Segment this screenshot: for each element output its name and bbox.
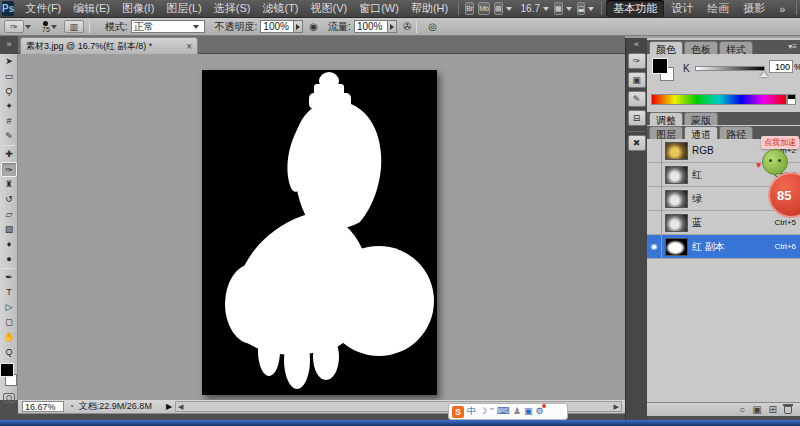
quick-mask-button[interactable] [3, 393, 15, 403]
zoom-level-control[interactable]: 16.7 [521, 3, 540, 14]
tool-marquee[interactable]: ▭ [0, 69, 18, 84]
tool-lasso[interactable]: Ǫ [0, 84, 18, 99]
tool-gradient[interactable]: ▧ [0, 222, 18, 237]
tool-move[interactable]: ➤ [0, 54, 18, 69]
tool-blur[interactable]: ♦ [0, 237, 18, 252]
tab-adjustments[interactable]: 调整 [649, 112, 683, 125]
windows-taskbar[interactable] [0, 420, 800, 426]
workspace-painting[interactable]: 绘画 [700, 0, 736, 17]
tool-hand[interactable]: ✋ [0, 330, 18, 345]
tool-eraser[interactable]: ▱ [0, 207, 18, 222]
color-spectrum-ramp[interactable] [651, 94, 787, 105]
toggle-brush-panel-icon[interactable]: ▥ [64, 20, 84, 33]
settings-wrench-icon[interactable]: ⚙ [536, 404, 544, 419]
tool-magic-wand[interactable]: ✦ [0, 99, 18, 114]
close-tab-icon[interactable]: × [186, 41, 192, 52]
panel-menu-icon[interactable]: ▾≡ [788, 42, 797, 51]
tool-healing-brush[interactable]: ✚ [0, 147, 18, 162]
workspace-photography[interactable]: 摄影 [736, 0, 772, 17]
menu-edit[interactable]: 编辑(E) [67, 0, 116, 17]
tab-color[interactable]: 颜色 [649, 41, 683, 54]
scroll-right-icon[interactable]: ▶ [614, 403, 619, 411]
tool-zoom[interactable]: Q [0, 345, 18, 360]
brush-preset-icon[interactable]: ✑ [4, 20, 24, 33]
soft-keyboard-icon[interactable]: ⌨ [497, 404, 510, 419]
visibility-toggle[interactable] [647, 163, 662, 187]
visibility-toggle[interactable] [647, 139, 662, 163]
tool-path-select[interactable]: ▷ [0, 300, 18, 315]
layer-comps-panel-icon[interactable]: ⊟ [628, 110, 646, 126]
k-value-input[interactable]: 100 [769, 60, 793, 73]
k-slider-handle[interactable] [760, 72, 768, 77]
foreground-color-swatch[interactable] [653, 59, 667, 73]
tab-swatches[interactable]: 色板 [684, 41, 718, 54]
opacity-spinner[interactable] [294, 20, 303, 33]
chevron-down-icon[interactable] [506, 7, 512, 11]
menu-window[interactable]: 窗口(W) [353, 0, 405, 17]
clone-source-panel-icon[interactable]: ▣ [628, 72, 646, 88]
bridge-icon[interactable]: Br [465, 2, 474, 15]
workspace-design[interactable]: 设计 [664, 0, 700, 17]
tool-shape[interactable]: ◻ [0, 315, 18, 330]
menu-image[interactable]: 图像(I) [116, 0, 160, 17]
tool-dodge[interactable]: ● [0, 252, 18, 267]
flow-spinner[interactable] [388, 20, 397, 33]
load-selection-icon[interactable]: ○ [739, 404, 745, 415]
tool-history-brush[interactable]: ↺ [0, 192, 18, 207]
tablet-pressure-icon[interactable]: ◎ [428, 21, 437, 32]
k-slider-track[interactable] [695, 66, 765, 71]
workspace-essentials[interactable]: 基本功能 [606, 0, 664, 17]
tool-clone-stamp[interactable]: ♜ [0, 177, 18, 192]
flow-input[interactable]: 100% [354, 20, 388, 33]
fullwidth-icon[interactable]: ☽ [479, 404, 487, 419]
tool-eyedropper[interactable]: ✎ [0, 129, 18, 144]
tools-panel-icon[interactable]: ✖ [628, 135, 646, 151]
visibility-toggle-eye-icon[interactable]: ◉ [647, 235, 662, 259]
visibility-toggle[interactable] [647, 211, 662, 235]
tab-paths[interactable]: 路径 [719, 126, 753, 139]
chevron-down-icon[interactable] [25, 25, 31, 29]
document-canvas[interactable] [202, 70, 437, 395]
tab-channels[interactable]: 通道 [684, 126, 718, 139]
account-icon[interactable]: ♟ [513, 404, 521, 419]
menu-select[interactable]: 选择(S) [208, 0, 257, 17]
expand-panels-icon[interactable]: « [626, 38, 647, 50]
brush-presets-panel-icon[interactable]: ✑ [628, 53, 646, 69]
airbrush-icon[interactable]: ✇ [403, 21, 411, 32]
mascot-icon[interactable] [762, 149, 788, 175]
menu-help[interactable]: 帮助(H) [405, 0, 454, 17]
workspace-overflow-button[interactable]: » [772, 2, 792, 16]
chevron-down-icon[interactable] [588, 7, 594, 11]
new-channel-icon[interactable]: ⊞ [769, 404, 777, 415]
score-badge[interactable]: 85 [768, 172, 800, 218]
tool-type[interactable]: T [0, 285, 18, 300]
save-selection-as-channel-icon[interactable]: ▣ [752, 404, 761, 415]
brush-panel-icon[interactable]: ✎ [628, 91, 646, 107]
status-info-arrow-icon[interactable]: ▶ [166, 402, 172, 411]
tablet-opacity-icon[interactable]: ◉ [309, 21, 318, 32]
menu-file[interactable]: 文件(F) [19, 0, 67, 17]
channel-row-red-copy-selected[interactable]: ◉ 红 副本 Ctrl+6 [647, 235, 800, 259]
menu-filter[interactable]: 滤镜(T) [256, 0, 304, 17]
canvas-pasteboard[interactable] [18, 54, 625, 400]
document-tab[interactable]: 素材3.jpg @ 16.7%(红 副本/8) * × [20, 37, 198, 54]
delete-channel-icon[interactable] [784, 406, 792, 414]
chevron-down-icon[interactable] [566, 7, 572, 11]
chevron-down-icon[interactable] [51, 25, 57, 29]
opacity-input[interactable]: 100% [260, 20, 294, 33]
tab-masks[interactable]: 蒙版 [684, 112, 718, 125]
punctuation-icon[interactable]: ’’ [490, 404, 494, 419]
status-zoom-field[interactable]: 16.67% [22, 401, 64, 412]
menu-layer[interactable]: 图层(L) [160, 0, 207, 17]
view-extras-icon[interactable]: ▤ [494, 2, 503, 15]
tool-brush-selected[interactable]: ✑ [1, 162, 17, 177]
brush-size-picker[interactable]: 75 [42, 21, 50, 32]
spectrum-bw-swatch[interactable] [787, 94, 796, 105]
mini-bridge-icon[interactable]: Mb [478, 2, 490, 15]
tool-crop[interactable]: # [0, 114, 18, 129]
arrange-documents-icon[interactable]: ▦ [554, 2, 563, 15]
tab-styles[interactable]: 样式 [719, 41, 753, 54]
toolbar-collapse-button[interactable]: » [0, 36, 18, 54]
tool-pen[interactable]: ✒ [0, 270, 18, 285]
foreground-color-swatch[interactable] [1, 364, 13, 376]
